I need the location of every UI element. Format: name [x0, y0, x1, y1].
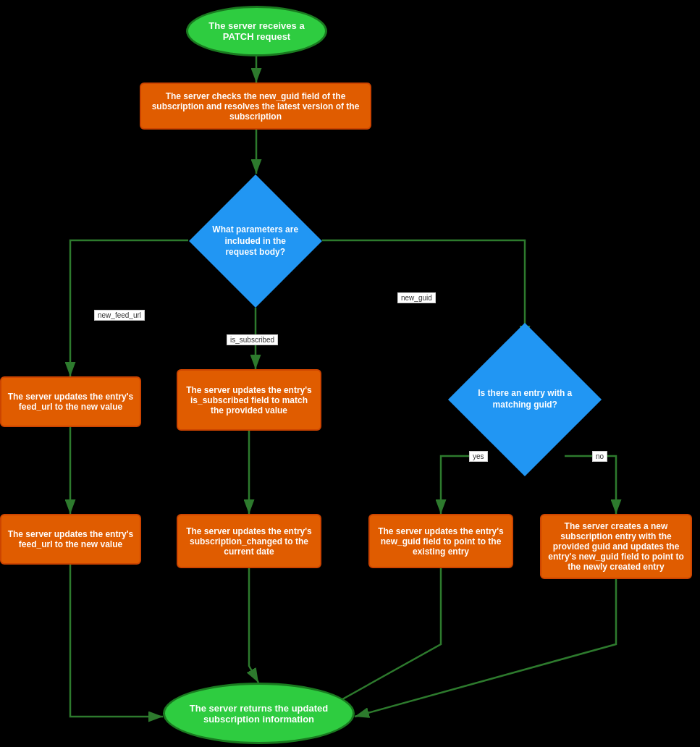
update-subscribed-node: The server updates the entry's is_subscr… — [177, 369, 321, 431]
matching-guid-node: Is there an entry with a matching guid? — [445, 334, 604, 465]
create-new-entry-node: The server creates a new subscription en… — [540, 514, 692, 579]
matching-guid-label: Is there an entry with a matching guid? — [471, 385, 579, 413]
check-guid-label: The server checks the new_guid field of … — [147, 91, 364, 122]
create-new-entry-label: The server creates a new subscription en… — [547, 521, 685, 572]
label-new-guid: new_guid — [397, 292, 436, 303]
update-subscribed-label: The server updates the entry's is_subscr… — [184, 385, 314, 415]
start-label: The server receives a PATCH request — [194, 20, 319, 42]
label-yes: yes — [469, 451, 488, 462]
label-no: no — [592, 451, 607, 462]
start-node: The server receives a PATCH request — [186, 6, 327, 56]
update-new-guid-node: The server updates the entry's new_guid … — [368, 514, 513, 568]
label-new-feed-url: new_feed_url — [94, 310, 145, 321]
update-feed-url-1-label: The server updates the entry's feed_url … — [7, 392, 134, 412]
update-new-guid-label: The server updates the entry's new_guid … — [376, 526, 506, 557]
check-guid-node: The server checks the new_guid field of … — [140, 83, 371, 130]
end-label: The server returns the updated subscript… — [171, 703, 347, 725]
update-feed-url-2-node: The server updates the entry's feed_url … — [0, 514, 141, 565]
end-node: The server returns the updated subscript… — [163, 683, 355, 744]
label-is-subscribed: is_subscribed — [227, 334, 278, 345]
flowchart: The server receives a PATCH request The … — [0, 0, 700, 747]
update-feed-url-2-label: The server updates the entry's feed_url … — [7, 529, 134, 549]
what-params-node: What parameters are included in the requ… — [188, 174, 322, 308]
update-subscription-changed-node: The server updates the entry's subscript… — [177, 514, 321, 568]
update-feed-url-1-node: The server updates the entry's feed_url … — [0, 376, 141, 427]
update-subscription-changed-label: The server updates the entry's subscript… — [184, 526, 314, 557]
what-params-label: What parameters are included in the requ… — [208, 221, 303, 261]
